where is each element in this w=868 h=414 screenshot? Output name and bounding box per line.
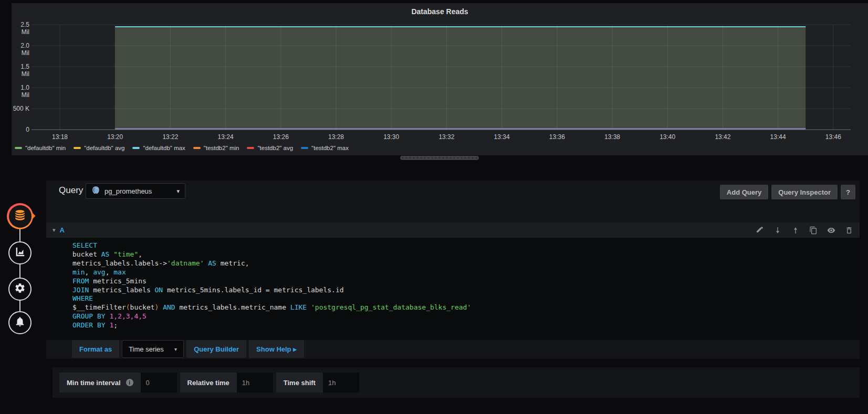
legend-swatch (301, 147, 308, 149)
sql-line: FROM metrics_5mins (72, 277, 860, 286)
x-tick-label: 13:24 (209, 133, 243, 141)
info-icon[interactable]: i (126, 379, 133, 386)
panel-title: Database Reads (12, 7, 868, 16)
x-tick-label: 13:44 (761, 133, 795, 141)
time-shift-input[interactable] (323, 373, 359, 392)
tab-general[interactable] (8, 278, 32, 301)
add-query-button[interactable]: Add Query (720, 185, 768, 199)
legend-swatch (15, 147, 22, 149)
query-options-panel: Min time interval i Relative time Time s… (53, 367, 860, 398)
query-editor-panel: Query pg_prometheus ▾ Add Query Query In… (46, 181, 860, 359)
move-up-icon[interactable] (791, 226, 800, 235)
query-ref-id[interactable]: A (60, 226, 65, 234)
legend-label: "testdb2" min (204, 145, 239, 151)
min-time-interval-input[interactable] (141, 373, 177, 392)
sql-line: GROUP BY 1,2,3,4,5 (72, 312, 860, 321)
x-tick-label: 13:38 (595, 133, 629, 141)
legend-item[interactable]: "testdb2" avg (247, 145, 293, 151)
query-inspector-button[interactable]: Query Inspector (771, 185, 838, 199)
chart-legend: "defaultdb" min"defaultdb" avg"defaultdb… (15, 145, 349, 151)
collapse-chevron-icon[interactable]: ▾ (53, 227, 56, 233)
x-tick-label: 13:30 (374, 133, 408, 141)
legend-label: "defaultdb" avg (84, 145, 124, 151)
legend-label: "testdb2" max (311, 145, 349, 151)
relative-time-input[interactable] (237, 373, 273, 392)
sql-line: bucket AS "time", (72, 250, 860, 259)
sql-line: JOIN metrics_labels ON metrics_5mins.lab… (72, 286, 860, 295)
x-tick-label: 13:36 (540, 133, 574, 141)
query-section-title: Query (59, 185, 83, 196)
legend-swatch (247, 147, 254, 149)
gear-wrench-icon (14, 282, 26, 296)
legend-item[interactable]: "testdb2" max (301, 145, 349, 151)
legend-swatch (74, 147, 81, 149)
sql-line: SELECT (72, 241, 860, 250)
legend-label: "defaultdb" max (143, 145, 185, 151)
query-row-header: ▾ A (46, 222, 860, 238)
x-tick-label: 13:28 (319, 133, 353, 141)
tab-queries[interactable] (7, 203, 33, 229)
sql-line: $__timeFilter(bucket) AND metrics_labels… (72, 303, 860, 312)
relative-time-label: Relative time (180, 373, 237, 392)
x-tick-label: 13:20 (98, 133, 132, 141)
x-tick-label: 13:32 (430, 133, 463, 141)
x-tick-label: 13:22 (153, 133, 187, 141)
duplicate-icon[interactable] (809, 226, 818, 235)
datasource-picker[interactable]: pg_prometheus ▾ (86, 183, 185, 199)
x-tick-label: 13:26 (264, 133, 298, 141)
time-shift-label: Time shift (276, 373, 323, 392)
format-as-label: Format as (72, 340, 119, 358)
caret-down-icon: ▾ (176, 188, 180, 195)
caret-down-icon: ▾ (174, 346, 177, 352)
format-as-value: Time series (129, 345, 164, 353)
tab-visualization[interactable] (8, 241, 32, 264)
chart-panel: Database Reads 0500 K1.0 Mil1.5 Mil2.0 M… (12, 3, 868, 155)
min-time-interval-label: Min time interval i (59, 373, 141, 392)
x-tick-label: 13:42 (706, 133, 739, 141)
format-as-select[interactable]: Time series ▾ (122, 340, 184, 358)
legend-item[interactable]: "defaultdb" max (132, 145, 185, 151)
grafana-panel-editor: Database Reads 0500 K1.0 Mil1.5 Mil2.0 M… (0, 0, 868, 414)
sql-line: min, avg, max (72, 268, 860, 277)
datasource-name: pg_prometheus (104, 187, 152, 195)
legend-swatch (193, 147, 201, 149)
legend-label: "defaultdb" min (25, 145, 66, 151)
tab-rail-line (19, 216, 20, 324)
database-icon (13, 208, 27, 224)
move-down-icon[interactable] (773, 226, 782, 235)
edit-icon[interactable] (756, 226, 764, 235)
query-builder-button[interactable]: Query Builder (186, 340, 246, 358)
delete-icon[interactable] (845, 226, 853, 235)
legend-swatch (132, 147, 140, 149)
sql-line: WHERE (72, 294, 860, 303)
x-tick-label: 13:18 (43, 133, 77, 141)
help-button[interactable]: ? (841, 185, 855, 199)
area-fill (115, 27, 806, 130)
show-help-button[interactable]: Show Help ▸ (249, 340, 304, 358)
bell-icon (14, 316, 26, 330)
x-tick-label: 13:40 (651, 133, 684, 141)
legend-item[interactable]: "defaultdb" min (15, 145, 66, 151)
sql-query-editor[interactable]: SELECT bucket AS "time", metrics_labels.… (46, 238, 860, 340)
legend-item[interactable]: "testdb2" min (193, 145, 239, 151)
legend-item[interactable]: "defaultdb" avg (74, 145, 124, 151)
tab-alert[interactable] (8, 311, 32, 334)
chart-icon (14, 246, 26, 260)
legend-label: "testdb2" avg (257, 145, 293, 151)
sql-line: ORDER BY 1; (72, 321, 860, 330)
postgresql-icon (91, 186, 100, 197)
sql-line: metrics_labels.labels->'datname' AS metr… (72, 259, 860, 268)
panel-resize-handle[interactable] (400, 156, 479, 160)
time-series-chart[interactable] (12, 21, 868, 143)
toggle-visibility-icon[interactable] (827, 226, 835, 235)
x-tick-label: 13:46 (817, 133, 850, 141)
x-tick-label: 13:34 (485, 133, 519, 141)
